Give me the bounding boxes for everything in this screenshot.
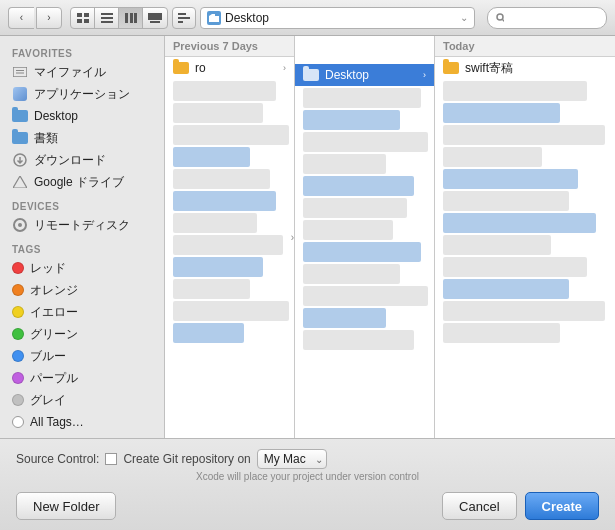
search-input[interactable] [508, 12, 598, 24]
view-icon-btn[interactable] [71, 8, 95, 28]
sidebar-item-tag-grey[interactable]: グレイ [0, 389, 164, 411]
sidebar-item-remote-disk[interactable]: リモートディスク [0, 214, 164, 236]
folder-icon [443, 62, 459, 74]
svg-rect-5 [101, 17, 113, 19]
view-list-btn[interactable] [95, 8, 119, 28]
svg-rect-0 [77, 13, 82, 17]
location-dropdown-icon: ⌄ [460, 12, 468, 23]
sidebar: FAVORITES マイファイル アプリケーション Desktop 書類 [0, 36, 165, 438]
column-current: Desktop › [295, 36, 435, 438]
column-previous: Previous 7 Days › ro › [165, 36, 295, 438]
tag-grey-dot [12, 394, 24, 406]
svg-rect-4 [101, 13, 113, 15]
sidebar-item-documents[interactable]: 書類 [0, 127, 164, 149]
applications-icon [12, 86, 28, 102]
column-today: Today swift寄稿 [435, 36, 615, 438]
column-previous-header: Previous 7 Days [165, 36, 294, 57]
svg-rect-7 [125, 13, 128, 23]
tag-blue-dot [12, 350, 24, 362]
search-icon [496, 13, 504, 23]
hint-text: Xcode will place your project under vers… [16, 471, 599, 482]
sidebar-item-label: グレイ [30, 392, 66, 409]
view-cover-btn[interactable] [143, 8, 167, 28]
svg-rect-3 [84, 19, 89, 23]
sidebar-item-my-files[interactable]: マイファイル [0, 61, 164, 83]
sidebar-item-tag-red[interactable]: レッド [0, 257, 164, 279]
mac-select[interactable]: My Mac [257, 449, 327, 469]
git-repository-checkbox[interactable] [105, 453, 117, 465]
folder-icon-selected [303, 69, 319, 81]
sidebar-item-label: リモートディスク [34, 217, 130, 234]
forward-button[interactable]: › [36, 7, 62, 29]
git-repository-label: Create Git repository on [123, 452, 250, 466]
tag-orange-dot [12, 284, 24, 296]
sidebar-item-applications[interactable]: アプリケーション [0, 83, 164, 105]
location-bar[interactable]: Desktop ⌄ [200, 7, 475, 29]
nav-buttons: ‹ › [8, 7, 62, 29]
tag-yellow-dot [12, 306, 24, 318]
source-control-row: Source Control: Create Git repository on… [16, 449, 599, 469]
arrange-btn [172, 7, 188, 29]
sidebar-item-tag-orange[interactable]: オレンジ [0, 279, 164, 301]
sidebar-item-label: Desktop [34, 109, 78, 123]
tag-all-dot [12, 416, 24, 428]
sidebar-item-tag-yellow[interactable]: イエロー [0, 301, 164, 323]
remote-disk-icon [12, 217, 28, 233]
sidebar-item-label: オレンジ [30, 282, 78, 299]
my-files-icon [12, 64, 28, 80]
file-item-ro[interactable]: ro › [165, 57, 294, 79]
chevron-icon: › [423, 70, 426, 80]
sidebar-item-all-tags[interactable]: All Tags… [0, 411, 164, 433]
cancel-button[interactable]: Cancel [442, 492, 516, 520]
location-folder-icon [207, 11, 221, 25]
sidebar-item-label: グリーン [30, 326, 78, 343]
google-drive-icon [12, 174, 28, 190]
sidebar-item-label: イエロー [30, 304, 78, 321]
sidebar-item-desktop[interactable]: Desktop [0, 105, 164, 127]
file-item-label: ro [195, 61, 206, 75]
file-item-label: swift寄稿 [465, 60, 513, 77]
column-current-header [295, 36, 434, 64]
svg-rect-13 [178, 17, 190, 19]
documents-icon [12, 130, 28, 146]
sidebar-item-tag-blue[interactable]: ブルー [0, 345, 164, 367]
file-item-desktop[interactable]: Desktop › [295, 64, 434, 86]
svg-line-16 [503, 19, 505, 22]
folder-icon [173, 62, 189, 74]
svg-rect-17 [13, 67, 27, 77]
sidebar-item-downloads[interactable]: ダウンロード [0, 149, 164, 171]
svg-rect-9 [134, 13, 137, 23]
sidebar-item-label: マイファイル [34, 64, 106, 81]
buttons-row: New Folder Cancel Create [16, 492, 599, 520]
sidebar-item-google-drive[interactable]: Google ドライブ [0, 171, 164, 193]
view-column-btn[interactable] [119, 8, 143, 28]
source-control-label: Source Control: [16, 452, 99, 466]
arrange-button[interactable] [172, 7, 196, 29]
svg-rect-14 [178, 21, 183, 23]
svg-rect-10 [148, 13, 162, 20]
search-bar[interactable] [487, 7, 607, 29]
svg-rect-12 [178, 13, 186, 15]
view-switcher [70, 7, 168, 29]
file-item-swift[interactable]: swift寄稿 [435, 57, 615, 79]
bottom-bar: Source Control: Create Git repository on… [0, 438, 615, 530]
back-button[interactable]: ‹ [8, 7, 34, 29]
tags-header: TAGS [0, 240, 164, 257]
sidebar-item-tag-purple[interactable]: パープル [0, 367, 164, 389]
create-button[interactable]: Create [525, 492, 599, 520]
sidebar-item-tag-green[interactable]: グリーン [0, 323, 164, 345]
toolbar: ‹ › Desktop ⌄ [0, 0, 615, 36]
sidebar-item-label: パープル [30, 370, 78, 387]
tag-green-dot [12, 328, 24, 340]
location-text: Desktop [225, 11, 456, 25]
sidebar-item-label: 書類 [34, 130, 58, 147]
sidebar-item-label: ブルー [30, 348, 66, 365]
svg-rect-19 [16, 73, 24, 74]
main-area: FAVORITES マイファイル アプリケーション Desktop 書類 [0, 36, 615, 438]
mac-select-wrapper: My Mac [257, 449, 327, 469]
new-folder-button[interactable]: New Folder [16, 492, 116, 520]
svg-rect-8 [130, 13, 133, 23]
svg-rect-6 [101, 21, 113, 23]
svg-rect-18 [16, 70, 24, 71]
file-browser: Previous 7 Days › ro › [165, 36, 615, 438]
